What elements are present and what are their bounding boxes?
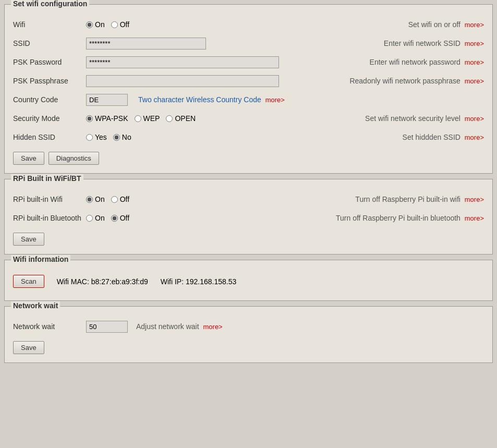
rpi-wifi-off-label[interactable]: Off <box>111 195 129 203</box>
wifi-mac-info: Wifi MAC: b8:27:eb:a9:3f:d9 <box>57 277 148 286</box>
rpi-bt-on-radio[interactable] <box>86 215 93 222</box>
rpi-bt-on-text: On <box>95 214 105 222</box>
psk-passphrase-label: PSK Passphrase <box>13 77 86 85</box>
hidden-no-text: No <box>122 133 131 141</box>
wifi-info-section: Wifi information Scan Wifi MAC: b8:27:eb… <box>4 260 493 301</box>
hidden-ssid-label: Hidden SSID <box>13 133 86 141</box>
hidden-ssid-more-link[interactable]: more> <box>465 134 484 141</box>
network-wait-input[interactable] <box>86 321 128 333</box>
psk-passphrase-input[interactable] <box>86 75 279 87</box>
wifi-on-text: On <box>95 20 105 29</box>
ssid-input[interactable] <box>86 38 206 50</box>
security-wep-radio[interactable] <box>135 115 141 122</box>
network-wait-label: Network wait <box>13 322 86 331</box>
rpi-wifi-on-label[interactable]: On <box>86 195 105 203</box>
network-wait-row: Network wait Adjust network wait more> <box>13 317 484 336</box>
hidden-ssid-radio-group: Yes No <box>86 133 131 141</box>
wifi-more-link[interactable]: more> <box>465 21 484 29</box>
rpi-wifi-off-radio[interactable] <box>111 196 118 203</box>
psk-passphrase-row: PSK Passphrase Readonly wifi network pas… <box>13 71 484 90</box>
security-wep-text: WEP <box>143 114 160 123</box>
security-mode-row: Security Mode WPA-PSK WEP OPEN Set wifi … <box>13 109 484 128</box>
rpi-bt-off-text: Off <box>120 214 129 222</box>
wifi-row: Wifi On Off Set wifi on or off more> <box>13 15 484 34</box>
psk-password-input[interactable] <box>86 56 279 68</box>
wifi-desc: Set wifi on or off more> <box>408 20 484 29</box>
wifi-config-save-button[interactable]: Save <box>13 152 44 165</box>
rpi-save-button[interactable]: Save <box>13 233 44 246</box>
security-wep-label[interactable]: WEP <box>135 114 160 123</box>
rpi-bt-more-link[interactable]: more> <box>465 214 484 222</box>
wifi-config-section: Set wifi configuration Wifi On Off Set w… <box>4 4 493 174</box>
psk-password-more-link[interactable]: more> <box>465 58 484 66</box>
wifi-label: Wifi <box>13 20 86 29</box>
security-mode-label: Security Mode <box>13 114 86 123</box>
security-open-radio[interactable] <box>166 115 173 122</box>
rpi-bt-on-label[interactable]: On <box>86 214 105 222</box>
security-mode-more-link[interactable]: more> <box>465 115 484 123</box>
network-wait-desc: Adjust network wait more> <box>136 322 223 331</box>
wifi-on-radio[interactable] <box>86 21 93 28</box>
security-mode-radio-group: WPA-PSK WEP OPEN <box>86 114 196 123</box>
psk-password-row: PSK Password Enter wifi network password… <box>13 53 484 71</box>
scan-button[interactable]: Scan <box>13 275 44 288</box>
rpi-save-btn-row: Save <box>13 233 484 246</box>
wifi-ip-label: Wifi IP: <box>161 277 184 286</box>
wifi-off-label[interactable]: Off <box>111 20 129 29</box>
network-wait-title: Network wait <box>11 301 60 310</box>
wifi-mac-value: b8:27:eb:a9:3f:d9 <box>91 277 148 286</box>
wifi-off-radio[interactable] <box>111 21 118 28</box>
wifi-config-diagnostics-button[interactable]: Diagnostics <box>49 152 99 165</box>
security-wpa-radio[interactable] <box>86 115 93 122</box>
psk-password-desc: Enter wifi network password more> <box>370 58 484 66</box>
wifi-radio-group: On Off <box>86 20 129 29</box>
wifi-off-text: Off <box>120 20 129 29</box>
wifi-config-title: Set wifi configuration <box>11 0 89 8</box>
rpi-bt-desc: Turn off Raspberry Pi built-in bluetooth… <box>336 214 484 222</box>
security-wpa-label[interactable]: WPA-PSK <box>86 114 128 123</box>
network-wait-save-button[interactable]: Save <box>13 341 44 354</box>
wifi-info-title: Wifi information <box>11 255 70 263</box>
wifi-ip-value: 192.168.158.53 <box>186 277 236 286</box>
ssid-row: SSID Enter wifi network SSID more> <box>13 34 484 53</box>
security-open-label[interactable]: OPEN <box>166 114 196 123</box>
wifi-config-btn-row: Save Diagnostics <box>13 152 484 165</box>
rpi-wifi-row: RPi built-in Wifi On Off Turn off Raspbe… <box>13 190 484 209</box>
rpi-wifi-on-text: On <box>95 195 105 203</box>
rpi-wifi-on-radio[interactable] <box>86 196 93 203</box>
rpi-wifi-more-link[interactable]: more> <box>465 196 484 203</box>
rpi-wifi-desc: Turn off Raspberry Pi built-in wifi more… <box>355 195 484 203</box>
ssid-label: SSID <box>13 39 86 47</box>
hidden-yes-text: Yes <box>95 133 107 141</box>
rpi-bt-off-radio[interactable] <box>111 215 118 222</box>
country-code-desc: Two character Wireless Country Code more… <box>138 95 285 104</box>
psk-passphrase-more-link[interactable]: more> <box>465 77 484 85</box>
country-code-row: Country Code Two character Wireless Coun… <box>13 90 484 109</box>
psk-password-label: PSK Password <box>13 58 86 66</box>
psk-passphrase-desc: Readonly wifi network passphrase more> <box>349 77 484 85</box>
hidden-no-radio[interactable] <box>113 134 120 141</box>
rpi-bt-label: RPi built-in Bluetooth <box>13 214 86 222</box>
security-mode-desc: Set wifi network security level more> <box>365 114 484 123</box>
hidden-ssid-desc: Set hiddden SSID more> <box>403 133 484 141</box>
network-wait-btn-row: Save <box>13 341 484 354</box>
country-code-input[interactable] <box>86 94 128 106</box>
hidden-yes-label[interactable]: Yes <box>86 133 107 141</box>
country-code-label: Country Code <box>13 95 86 104</box>
wifi-mac-label: Wifi MAC: <box>57 277 89 286</box>
network-wait-section: Network wait Network wait Adjust network… <box>4 306 493 363</box>
ssid-more-link[interactable]: more> <box>465 40 484 47</box>
rpi-wifi-bt-section: RPi Built in WiFi/BT RPi built-in Wifi O… <box>4 179 493 255</box>
hidden-no-label[interactable]: No <box>113 133 131 141</box>
ssid-desc: Enter wifi network SSID more> <box>384 39 484 47</box>
country-code-more-link[interactable]: more> <box>265 96 285 104</box>
rpi-wifi-label: RPi built-in Wifi <box>13 195 86 203</box>
wifi-info-row: Scan Wifi MAC: b8:27:eb:a9:3f:d9 Wifi IP… <box>13 271 484 292</box>
wifi-ip-info: Wifi IP: 192.168.158.53 <box>161 277 237 286</box>
wifi-on-label[interactable]: On <box>86 20 105 29</box>
rpi-wifi-radio-group: On Off <box>86 195 129 203</box>
rpi-bt-off-label[interactable]: Off <box>111 214 129 222</box>
network-wait-more-link[interactable]: more> <box>203 323 223 331</box>
security-wpa-text: WPA-PSK <box>95 114 128 123</box>
hidden-yes-radio[interactable] <box>86 134 93 141</box>
